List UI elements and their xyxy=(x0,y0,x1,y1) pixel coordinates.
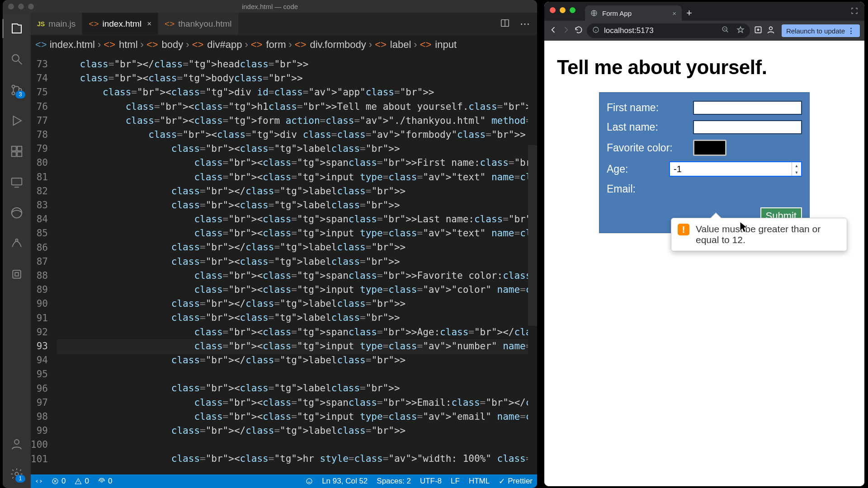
svg-rect-5 xyxy=(17,146,22,151)
number-stepper[interactable]: ▲▼ xyxy=(792,162,801,176)
settings-badge: 1 xyxy=(15,475,25,483)
accounts-icon[interactable] xyxy=(9,436,24,452)
tab-index-html[interactable]: <>index.html× xyxy=(82,13,158,35)
profile-icon[interactable] xyxy=(766,25,775,36)
code-editor[interactable]: 7374757677787980818283848586878889909192… xyxy=(31,55,537,474)
status-encoding[interactable]: UTF-8 xyxy=(420,477,442,486)
svg-rect-11 xyxy=(13,270,21,278)
validation-message: Value must be greater than or equal to 1… xyxy=(696,224,840,245)
rendered-page: Tell me about yourself. First name: Last… xyxy=(544,41,864,486)
search-icon[interactable] xyxy=(9,52,24,67)
browser-tab[interactable]: Form App × xyxy=(585,5,682,21)
close-dot[interactable] xyxy=(550,7,556,13)
new-tab-button[interactable]: + xyxy=(682,5,697,21)
editor-tabs: JSmain.js <>index.html× <>thankyou.html … xyxy=(31,13,537,35)
mac-window-controls[interactable] xyxy=(8,4,34,9)
age-input[interactable] xyxy=(670,164,792,174)
forward-button[interactable] xyxy=(561,25,571,36)
chrome-window: Form App × + localhost:5173 Relaunch to … xyxy=(544,2,864,486)
svg-point-22 xyxy=(769,27,773,30)
svg-rect-4 xyxy=(12,146,16,151)
tag-icon: <> xyxy=(251,39,263,51)
tag-icon: <> xyxy=(375,39,387,51)
url-text: localhost:5173 xyxy=(604,26,654,35)
activity-extra2-icon[interactable] xyxy=(9,267,24,282)
install-app-icon[interactable] xyxy=(754,25,763,36)
tab-title: Form App xyxy=(602,9,632,17)
source-control-icon[interactable]: 3 xyxy=(9,82,24,98)
breadcrumbs[interactable]: <> index.html› <>html› <>body› <>div#app… xyxy=(31,35,537,55)
minimap[interactable] xyxy=(528,55,537,474)
reload-button[interactable] xyxy=(574,25,583,36)
minimize-dot[interactable] xyxy=(18,4,24,9)
svg-point-17 xyxy=(307,479,312,484)
label-first: First name: xyxy=(607,102,686,114)
minimize-dot[interactable] xyxy=(560,7,566,13)
tag-icon: <> xyxy=(192,39,204,51)
bookmark-star-icon[interactable] xyxy=(736,26,745,36)
activity-bar: 3 1 xyxy=(3,13,31,488)
status-bar: 0 0 0 Ln 93, Col 52 Spaces: 2 UTF-8 LF H… xyxy=(31,474,537,488)
tab-more-icon[interactable]: ⋯ xyxy=(520,18,531,30)
svg-point-10 xyxy=(16,239,18,241)
globe-icon xyxy=(590,9,598,17)
browser-toolbar: localhost:5173 Relaunch to update⋮ xyxy=(544,21,864,41)
zoom-icon[interactable] xyxy=(722,26,729,36)
mac-window-controls[interactable] xyxy=(550,7,576,13)
file-icon: <> xyxy=(35,39,47,51)
svg-rect-7 xyxy=(17,152,22,156)
svg-point-0 xyxy=(12,55,19,61)
status-errors[interactable]: 0 xyxy=(52,477,66,486)
zoom-dot[interactable] xyxy=(28,4,34,9)
minimap-viewport[interactable] xyxy=(528,145,537,326)
edge-icon[interactable] xyxy=(9,205,24,221)
vscode-titlebar[interactable]: index.html — code xyxy=(3,0,537,13)
svg-rect-8 xyxy=(12,178,22,185)
status-eol[interactable]: LF xyxy=(451,477,460,486)
status-warnings[interactable]: 0 xyxy=(75,477,89,486)
age-input-wrapper: ▲▼ xyxy=(669,161,802,177)
address-bar[interactable]: localhost:5173 xyxy=(587,23,750,38)
svg-point-9 xyxy=(12,208,22,218)
step-down-icon[interactable]: ▼ xyxy=(792,169,801,176)
explorer-icon[interactable] xyxy=(9,21,24,36)
settings-gear-icon[interactable]: 1 xyxy=(9,466,24,482)
last-name-input[interactable] xyxy=(693,120,802,134)
page-heading: Tell me about yourself. xyxy=(557,56,852,79)
svg-rect-6 xyxy=(12,152,16,156)
status-spaces[interactable]: Spaces: 2 xyxy=(377,477,411,486)
close-icon[interactable]: × xyxy=(672,9,676,17)
warning-icon: ! xyxy=(678,224,689,235)
status-language[interactable]: HTML xyxy=(469,477,490,486)
svg-point-1 xyxy=(12,85,14,88)
status-feedback-icon[interactable] xyxy=(306,478,313,485)
back-button[interactable] xyxy=(549,25,558,36)
step-up-icon[interactable]: ▲ xyxy=(792,162,801,169)
form-card: First name: Last name: Favorite color: A… xyxy=(599,92,810,233)
first-name-input[interactable] xyxy=(693,101,802,115)
remote-indicator[interactable] xyxy=(35,478,42,485)
label-email: Email: xyxy=(607,183,686,195)
svg-point-12 xyxy=(14,440,19,444)
status-ports[interactable]: 0 xyxy=(98,477,112,486)
status-formatter[interactable]: ✓ Prettier xyxy=(499,477,533,486)
site-info-icon[interactable] xyxy=(592,26,599,36)
close-icon[interactable]: × xyxy=(147,19,151,28)
label-age: Age: xyxy=(607,163,662,175)
label-color: Favorite color: xyxy=(607,142,686,154)
run-debug-icon[interactable] xyxy=(9,113,24,128)
color-input[interactable] xyxy=(693,140,726,156)
remote-icon[interactable] xyxy=(9,174,24,190)
relaunch-button[interactable]: Relaunch to update⋮ xyxy=(782,24,860,37)
split-editor-icon[interactable] xyxy=(500,18,510,30)
tab-thankyou-html[interactable]: <>thankyou.html xyxy=(158,13,239,35)
expand-icon[interactable] xyxy=(851,7,858,16)
status-cursor[interactable]: Ln 93, Col 52 xyxy=(322,477,368,486)
activity-extra-icon[interactable] xyxy=(9,236,24,251)
close-dot[interactable] xyxy=(8,4,14,9)
tag-icon: <> xyxy=(146,39,158,51)
zoom-dot[interactable] xyxy=(570,7,576,13)
tab-main-js[interactable]: JSmain.js xyxy=(31,13,82,35)
extensions-icon[interactable] xyxy=(9,144,24,159)
tag-icon: <> xyxy=(420,39,432,51)
